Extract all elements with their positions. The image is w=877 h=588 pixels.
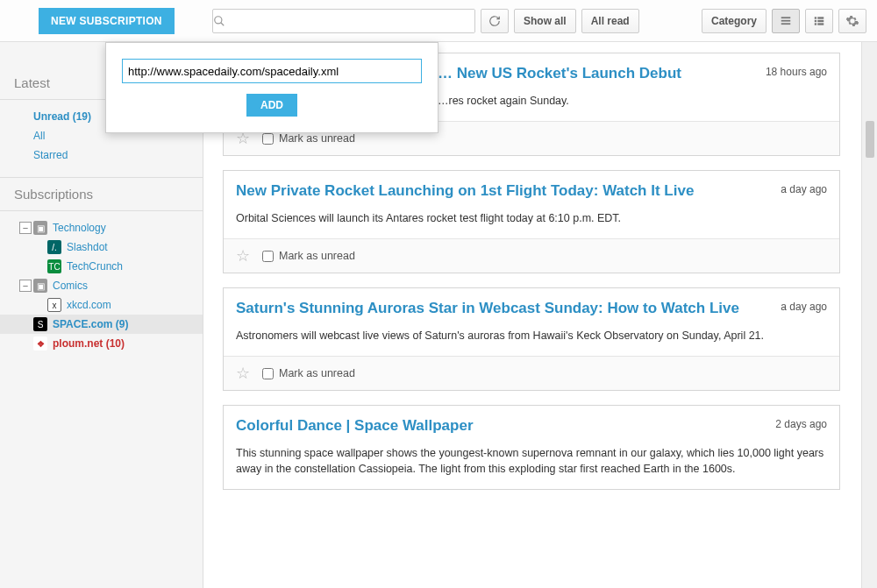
view-compact-button[interactable]: [805, 9, 833, 33]
svg-rect-5: [815, 17, 816, 18]
svg-rect-9: [815, 23, 816, 25]
new-subscription-popup: ADD: [105, 42, 438, 133]
mark-unread-label: Mark as unread: [279, 250, 355, 262]
feed-icon: TC: [47, 259, 61, 273]
tree-feed-slashdot[interactable]: /. Slashdot: [0, 237, 203, 257]
svg-rect-8: [817, 19, 824, 21]
tree-label: Comics: [53, 280, 88, 292]
tree-feed-ploum[interactable]: ❖ ploum.net (10): [0, 334, 203, 353]
collapse-icon[interactable]: −: [19, 280, 32, 292]
collapse-icon[interactable]: −: [19, 222, 32, 234]
tree-label: xkcd.com: [67, 299, 111, 311]
article-body: This stunning space wallpaper shows the …: [224, 442, 839, 489]
article-card: New Private Rocket Launching on 1st Flig…: [223, 170, 840, 273]
tree-folder-technology[interactable]: − ▣ Technology: [0, 218, 203, 237]
scrollbar-thumb[interactable]: [866, 121, 874, 158]
tree-label: SPACE.com (9): [53, 318, 128, 330]
add-subscription-button[interactable]: ADD: [246, 94, 297, 117]
mark-unread-checkbox[interactable]: [262, 368, 274, 379]
article-title[interactable]: New Private Rocket Launching on 1st Flig…: [236, 181, 763, 202]
mark-unread-label: Mark as unread: [279, 132, 355, 145]
star-icon[interactable]: ☆: [236, 364, 250, 383]
tree-label: Slashdot: [67, 241, 108, 253]
svg-rect-10: [817, 23, 824, 25]
article-body: Astronomers will webcast live views of S…: [224, 324, 839, 356]
mark-unread-checkbox[interactable]: [262, 251, 274, 262]
svg-rect-2: [781, 17, 791, 18]
svg-rect-7: [815, 19, 816, 21]
feed-icon: ❖: [33, 337, 47, 351]
feed-icon: /.: [47, 240, 61, 254]
search-box: [212, 9, 475, 33]
tree-feed-xkcd[interactable]: x xkcd.com: [0, 295, 203, 315]
article-card: Colorful Dance | Space Wallpaper 2 days …: [223, 405, 840, 490]
tree-feed-techcrunch[interactable]: TC TechCrunch: [0, 257, 203, 276]
svg-line-1: [221, 22, 225, 25]
tree-label: TechCrunch: [67, 260, 123, 273]
scrollbar[interactable]: [861, 42, 877, 588]
svg-rect-6: [817, 17, 824, 18]
view-list-button[interactable]: [772, 9, 800, 33]
mark-unread[interactable]: Mark as unread: [262, 250, 355, 262]
tree-label: Technology: [53, 222, 106, 234]
search-icon: [213, 15, 234, 27]
subscription-url-input[interactable]: [122, 59, 422, 83]
show-all-button[interactable]: Show all: [514, 9, 576, 33]
article-time: 18 hours ago: [766, 64, 827, 84]
mark-unread-label: Mark as unread: [279, 367, 355, 379]
svg-point-0: [215, 16, 222, 23]
mark-unread[interactable]: Mark as unread: [262, 132, 355, 145]
folder-icon: ▣: [33, 221, 47, 235]
tree-feed-space[interactable]: S SPACE.com (9): [0, 315, 203, 334]
star-icon[interactable]: ☆: [236, 246, 250, 266]
search-input[interactable]: [234, 10, 474, 32]
mark-unread-checkbox[interactable]: [262, 133, 274, 145]
feed-icon: S: [33, 317, 47, 331]
article-title[interactable]: Colorful Dance | Space Wallpaper: [236, 416, 758, 436]
mark-unread[interactable]: Mark as unread: [262, 367, 355, 379]
tree-folder-comics[interactable]: − ▣ Comics: [0, 276, 203, 295]
category-button[interactable]: Category: [702, 9, 766, 33]
sidebar-item-starred[interactable]: Starred: [0, 145, 203, 165]
article-time: a day ago: [781, 181, 827, 202]
folder-icon: ▣: [33, 279, 47, 293]
article-body: Orbital Sciences will launch its Antares…: [224, 207, 839, 238]
svg-rect-4: [781, 23, 791, 25]
feed-icon: x: [47, 298, 61, 312]
article-title[interactable]: Saturn's Stunning Auroras Star in Webcas…: [236, 299, 763, 319]
refresh-button[interactable]: [481, 9, 509, 33]
all-read-button[interactable]: All read: [581, 9, 639, 33]
article-time: 2 days ago: [775, 416, 827, 436]
svg-rect-3: [781, 19, 791, 21]
tree-label: ploum.net (10): [53, 337, 125, 350]
new-subscription-button[interactable]: NEW SUBSCRIPTION: [39, 8, 175, 34]
settings-button[interactable]: [838, 9, 866, 33]
subscriptions-header: Subscriptions: [0, 177, 203, 211]
article-card: Saturn's Stunning Auroras Star in Webcas…: [223, 287, 840, 391]
article-time: a day ago: [781, 299, 827, 319]
